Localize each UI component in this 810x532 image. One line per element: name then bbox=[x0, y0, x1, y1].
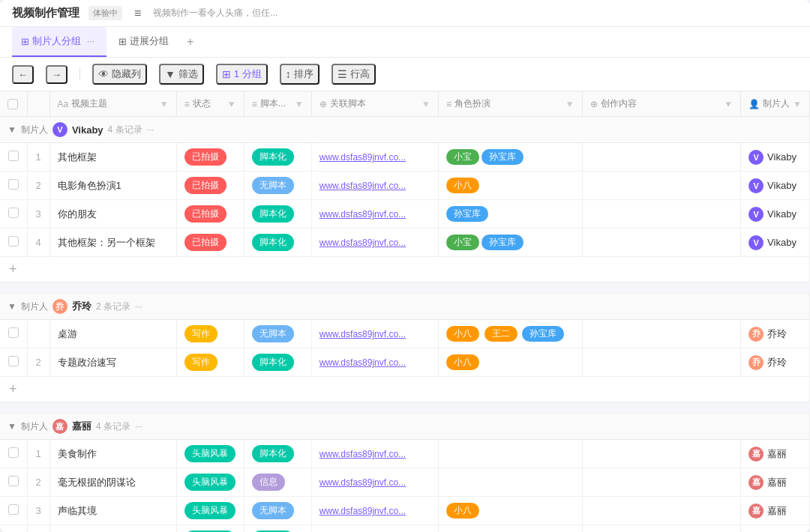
cell-content-j1[interactable] bbox=[582, 440, 741, 468]
link-q1[interactable]: www.dsfas89jnvf.co... bbox=[320, 329, 406, 339]
cell-content-j4[interactable]: PDBT：求求你做个人吧 bbox=[582, 525, 741, 533]
cell-script-j2[interactable]: 信息 bbox=[244, 468, 311, 497]
group-more-qiaoling[interactable]: ··· bbox=[135, 301, 142, 312]
tab-group2[interactable]: ⊞ 进展分组 bbox=[110, 28, 178, 55]
cell-content-v3[interactable] bbox=[582, 200, 741, 229]
cell-check-j1[interactable] bbox=[0, 440, 27, 468]
th-role[interactable]: ≡角色扮演▼ bbox=[438, 91, 582, 117]
cell-status-j3[interactable]: 头脑风暴 bbox=[176, 497, 244, 525]
cell-script-v1[interactable]: 脚本化 bbox=[244, 143, 311, 172]
cell-content-q2[interactable] bbox=[582, 348, 741, 377]
link-j2[interactable]: www.dsfas89jnvf.co... bbox=[320, 477, 406, 488]
cell-link-q2[interactable]: www.dsfas89jnvf.co... bbox=[311, 348, 438, 377]
nav-back[interactable]: ← bbox=[12, 65, 34, 84]
cell-link-j1[interactable]: www.dsfas89jnvf.co... bbox=[311, 440, 438, 468]
group-chevron-qiaoling[interactable]: ▼ bbox=[8, 301, 16, 312]
cell-content-j3[interactable] bbox=[582, 497, 741, 525]
cell-status-j2[interactable]: 头脑风暴 bbox=[176, 468, 244, 497]
th-status[interactable]: ≡状态▼ bbox=[176, 91, 244, 117]
cell-status-v2[interactable]: 已拍摄 bbox=[176, 172, 244, 200]
cell-title-j3[interactable]: 声临其境 bbox=[50, 497, 176, 525]
group-button[interactable]: ⊞ 1 分组 bbox=[216, 64, 268, 85]
cell-status-v1[interactable]: 已拍摄 bbox=[176, 143, 244, 172]
cell-title-q1[interactable]: 桌游 bbox=[50, 320, 176, 348]
cell-title-v3[interactable]: 你的朋友 bbox=[50, 200, 176, 229]
cell-check-v1[interactable] bbox=[0, 143, 27, 172]
link-v4[interactable]: www.dsfas89jnvf.co... bbox=[320, 238, 406, 248]
cell-content-v2[interactable] bbox=[582, 172, 741, 200]
link-j3[interactable]: www.dsfas89jnvf.co... bbox=[320, 506, 406, 516]
link-q2[interactable]: www.dsfas89jnvf.co... bbox=[320, 357, 406, 368]
cell-script-j1[interactable]: 脚本化 bbox=[244, 440, 311, 468]
add-icon-qiaoling[interactable]: + bbox=[9, 381, 17, 396]
cell-content-q1[interactable] bbox=[582, 320, 741, 348]
cell-check-q2[interactable] bbox=[0, 348, 27, 377]
cell-link-j4[interactable]: www.dsfas89jnvf.co... bbox=[311, 525, 438, 533]
cell-script-v3[interactable]: 脚本化 bbox=[244, 200, 311, 229]
cell-title-j1[interactable]: 美食制作 bbox=[50, 440, 176, 468]
filter-button[interactable]: ▼ 筛选 bbox=[159, 64, 204, 85]
cell-status-j4[interactable]: 头脑风暴 bbox=[176, 525, 244, 533]
cell-status-v4[interactable]: 已拍摄 bbox=[176, 229, 244, 257]
cell-script-j3[interactable]: 无脚本 bbox=[244, 497, 311, 525]
cell-link-v3[interactable]: www.dsfas89jnvf.co... bbox=[311, 200, 438, 229]
add-row-vikaby[interactable]: + bbox=[0, 257, 810, 282]
nav-forward[interactable]: → bbox=[46, 65, 68, 84]
cell-script-q1[interactable]: 无脚本 bbox=[244, 320, 311, 348]
cell-content-v4[interactable] bbox=[582, 229, 741, 257]
link-v2[interactable]: www.dsfas89jnvf.co... bbox=[320, 181, 406, 191]
cell-title-j2[interactable]: 毫无根据的阴谋论 bbox=[50, 468, 176, 497]
cell-title-v2[interactable]: 电影角色扮演1 bbox=[50, 172, 176, 200]
cell-status-v3[interactable]: 已拍摄 bbox=[176, 200, 244, 229]
cell-check-q1[interactable] bbox=[0, 320, 27, 348]
tab-more-group1[interactable]: ··· bbox=[84, 33, 98, 49]
cell-check-v4[interactable] bbox=[0, 229, 27, 257]
cell-script-q2[interactable]: 脚本化 bbox=[244, 348, 311, 377]
cell-script-v4[interactable]: 脚本化 bbox=[244, 229, 311, 257]
cell-script-j4[interactable]: 脚本化 bbox=[244, 525, 311, 533]
group-more-jiali[interactable]: ··· bbox=[135, 421, 142, 432]
cell-title-v1[interactable]: 其他框架 bbox=[50, 143, 176, 172]
rowheight-button[interactable]: ☰ 行高 bbox=[332, 64, 376, 85]
cell-link-j3[interactable]: www.dsfas89jnvf.co... bbox=[311, 497, 438, 525]
cell-link-v1[interactable]: www.dsfas89jnvf.co... bbox=[311, 143, 438, 172]
th-script[interactable]: ≡脚本...▼ bbox=[244, 91, 311, 117]
th-creator[interactable]: 👤制片人▼ bbox=[741, 91, 810, 117]
link-j1[interactable]: www.dsfas89jnvf.co... bbox=[320, 449, 406, 459]
cell-status-j1[interactable]: 头脑风暴 bbox=[176, 440, 244, 468]
eye-icon: 👁 bbox=[98, 68, 109, 80]
cell-link-v4[interactable]: www.dsfas89jnvf.co... bbox=[311, 229, 438, 257]
link-v1[interactable]: www.dsfas89jnvf.co... bbox=[320, 152, 406, 163]
cell-content-v1[interactable] bbox=[582, 143, 741, 172]
sort-button[interactable]: ↕ 排序 bbox=[280, 64, 320, 85]
cell-link-q1[interactable]: www.dsfas89jnvf.co... bbox=[311, 320, 438, 348]
th-content[interactable]: ⊕创作内容▼ bbox=[582, 91, 741, 117]
cell-script-v2[interactable]: 无脚本 bbox=[244, 172, 311, 200]
cell-title-v4[interactable]: 其他框架：另一个框架 bbox=[50, 229, 176, 257]
tab-add-button[interactable]: + bbox=[181, 32, 200, 52]
tab-group1[interactable]: ⊞ 制片人分组 ··· bbox=[12, 27, 106, 57]
add-row-qiaoling[interactable]: + bbox=[0, 377, 810, 402]
group-more-vikaby[interactable]: ··· bbox=[147, 124, 154, 135]
link-v3[interactable]: www.dsfas89jnvf.co... bbox=[320, 209, 406, 220]
cell-title-j4[interactable]: 实时专题素描 bbox=[50, 525, 176, 533]
cell-link-v2[interactable]: www.dsfas89jnvf.co... bbox=[311, 172, 438, 200]
cell-title-q2[interactable]: 专题政治速写 bbox=[50, 348, 176, 377]
cell-check-j2[interactable] bbox=[0, 468, 27, 497]
cell-check-v3[interactable] bbox=[0, 200, 27, 229]
group-chevron-jiali[interactable]: ▼ bbox=[8, 421, 16, 432]
cell-content-j2[interactable] bbox=[582, 468, 741, 497]
th-link[interactable]: ⊕关联脚本▼ bbox=[311, 91, 438, 117]
add-icon-vikaby[interactable]: + bbox=[9, 262, 17, 276]
cell-check-j3[interactable] bbox=[0, 497, 27, 525]
th-title[interactable]: Aa视频主题▼ bbox=[50, 91, 176, 117]
cell-check-j4[interactable] bbox=[0, 525, 27, 533]
menu-icon[interactable]: ≡ bbox=[134, 7, 141, 20]
group-chevron-vikaby[interactable]: ▼ bbox=[8, 124, 16, 135]
select-all-checkbox[interactable] bbox=[8, 99, 18, 109]
hide-col-button[interactable]: 👁 隐藏列 bbox=[92, 64, 147, 85]
cell-status-q1[interactable]: 写作 bbox=[176, 320, 244, 348]
cell-status-q2[interactable]: 写作 bbox=[176, 348, 244, 377]
cell-link-j2[interactable]: www.dsfas89jnvf.co... bbox=[311, 468, 438, 497]
cell-check-v2[interactable] bbox=[0, 172, 27, 200]
